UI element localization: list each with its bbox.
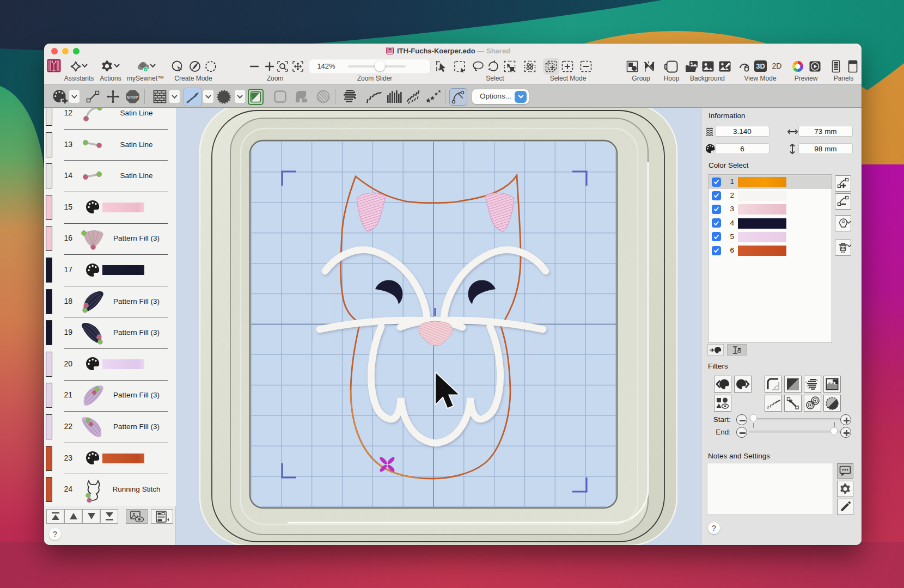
svg-text:STOP: STOP [127, 95, 138, 100]
